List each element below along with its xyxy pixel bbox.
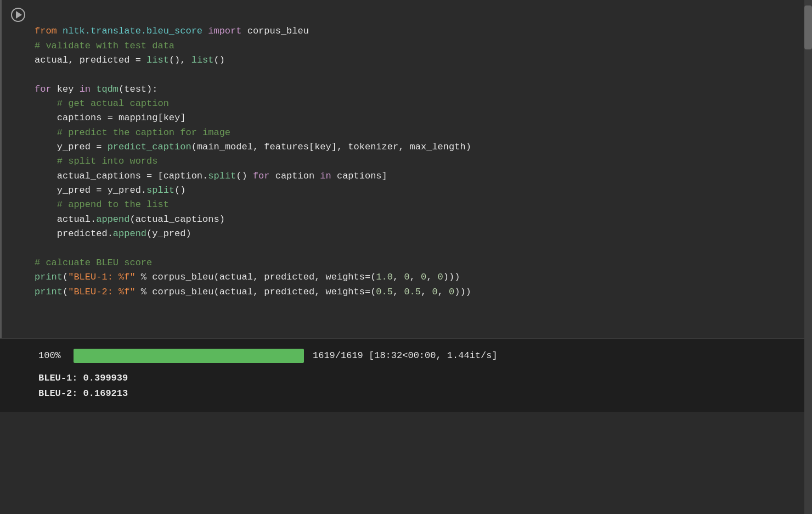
code-line-11: actual_captions = [caption.split() for c… <box>35 171 387 181</box>
notebook-container: from nltk.translate.bleu_score import co… <box>0 0 812 514</box>
code-line-3: actual, predicted = list(), list() <box>35 55 225 65</box>
cell-output-area: 100% 1619/1619 [18:32<00:00, 1.44it/s] B… <box>0 338 812 412</box>
scrollbar-thumb[interactable] <box>804 5 812 49</box>
code-line-12: y_pred = y_pred.split() <box>35 185 185 195</box>
bleu1-output: BLEU-1: 0.399939 <box>38 371 801 387</box>
code-line-5: for key in tqdm(test): <box>35 84 157 94</box>
run-button-area[interactable] <box>2 4 35 334</box>
code-content: from nltk.translate.bleu_score import co… <box>35 4 812 334</box>
scrollbar[interactable] <box>804 0 812 514</box>
code-line-2: # validate with test data <box>35 41 174 51</box>
code-line-10: # split into words <box>35 156 157 166</box>
code-line-6: # get actual caption <box>35 98 169 109</box>
code-line-18: print("BLEU-1: %f" % corpus_bleu(actual,… <box>35 272 460 282</box>
bleu2-output: BLEU-2: 0.169213 <box>38 386 801 402</box>
progress-bar-fill <box>74 349 304 363</box>
code-line-15: predicted.append(y_pred) <box>35 228 191 239</box>
progress-percent: 100% <box>38 350 65 361</box>
progress-row: 100% 1619/1619 [18:32<00:00, 1.44it/s] <box>38 349 801 363</box>
code-cell: from nltk.translate.bleu_score import co… <box>0 0 812 412</box>
code-line-1: from nltk.translate.bleu_score import co… <box>35 26 309 36</box>
cell-input-area: from nltk.translate.bleu_score import co… <box>0 0 812 338</box>
run-icon[interactable] <box>11 8 25 22</box>
code-line-17: # calcuate BLEU score <box>35 258 152 268</box>
code-line-19: print("BLEU-2: %f" % corpus_bleu(actual,… <box>35 287 471 297</box>
code-line-9: y_pred = predict_caption(main_model, fea… <box>35 142 471 152</box>
code-line-13: # append to the list <box>35 199 169 210</box>
progress-stats: 1619/1619 [18:32<00:00, 1.44it/s] <box>313 350 498 361</box>
code-line-8: # predict the caption for image <box>35 127 230 138</box>
code-line-7: captions = mapping[key] <box>35 113 185 123</box>
code-line-14: actual.append(actual_captions) <box>35 214 225 225</box>
progress-bar-container <box>74 349 304 363</box>
